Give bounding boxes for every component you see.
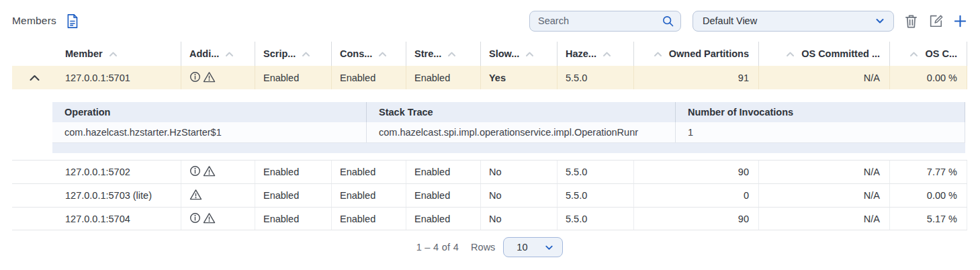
page-title: Members <box>12 15 56 27</box>
pagination: 1 – 4 of 4 Rows 10 <box>12 236 967 258</box>
sort-chevron-icon <box>525 51 534 57</box>
table-header-row: Member Addi... Scrip... Cons... Stre... … <box>12 42 967 66</box>
sort-chevron-icon <box>378 51 387 57</box>
sort-chevron-icon <box>786 51 795 57</box>
streaming-status: Enabled <box>406 66 481 89</box>
detail-header-row: Operation Stack Trace Number of Invocati… <box>52 102 965 122</box>
edit-icon[interactable] <box>928 13 943 28</box>
hazelcast-version: 5.5.0 <box>558 66 634 89</box>
additional-info-cell <box>181 66 255 89</box>
view-select-value: Default View <box>703 15 757 26</box>
chevron-down-icon <box>544 242 554 253</box>
column-header-console[interactable]: Cons... <box>332 42 406 66</box>
members-page: Members Default View <box>0 0 980 258</box>
owned-partitions-value: 91 <box>634 66 759 89</box>
search-input[interactable] <box>529 11 681 32</box>
streaming-status: Enabled <box>406 161 481 183</box>
pagination-range: 1 – 4 of 4 <box>416 242 459 253</box>
os-committed-value: N/A <box>759 208 890 230</box>
column-header-streaming[interactable]: Stre... <box>406 42 481 66</box>
sort-chevron-icon <box>909 51 918 57</box>
scripting-status: Enabled <box>255 66 332 89</box>
expander-cell[interactable] <box>12 161 57 183</box>
streaming-status: Enabled <box>406 184 481 207</box>
detail-row[interactable]: com.hazelcast.hzstarter.HzStarter$1 com.… <box>52 122 965 143</box>
column-header-hazelcast-version[interactable]: Haze... <box>558 42 634 66</box>
warning-icon[interactable] <box>203 165 216 179</box>
owned-partitions-value: 0 <box>634 184 759 207</box>
slow-operations-detail-table: Operation Stack Trace Number of Invocati… <box>52 102 965 153</box>
member-address: 127.0.0.1:5702 <box>57 161 181 183</box>
detail-column-invocations: Number of Invocations <box>675 102 965 122</box>
column-header-os-cpu[interactable]: OS C... <box>890 42 967 66</box>
slow-operations-value: No <box>481 184 558 207</box>
expander-cell[interactable] <box>12 184 57 207</box>
os-committed-value: N/A <box>759 161 890 183</box>
search-box <box>529 11 681 32</box>
console-status: Enabled <box>332 184 406 207</box>
scripting-status: Enabled <box>255 161 332 183</box>
warning-icon[interactable] <box>189 189 202 202</box>
slow-operations-value: No <box>481 208 558 230</box>
member-address: 127.0.0.1:5703 (lite) <box>57 184 181 207</box>
console-status: Enabled <box>332 66 406 89</box>
members-table: Member Addi... Scrip... Cons... Stre... … <box>12 42 967 230</box>
column-header-additional[interactable]: Addi... <box>181 42 255 66</box>
document-icon[interactable] <box>65 13 79 29</box>
operation-class: com.hazelcast.hzstarter.HzStarter$1 <box>52 122 366 142</box>
console-status: Enabled <box>332 161 406 183</box>
column-header-expander <box>12 42 57 66</box>
sort-chevron-icon <box>109 51 118 57</box>
table-row[interactable]: 127.0.0.1:5701 Enabled Enabled Enabled Y… <box>12 66 967 89</box>
column-header-slow-operations[interactable]: Slow... <box>481 42 558 66</box>
rows-per-page-label: Rows <box>471 242 495 253</box>
column-header-member[interactable]: Member <box>57 42 181 66</box>
os-cpu-value: 0.00 % <box>890 184 967 207</box>
rows-per-page-value: 10 <box>517 242 527 253</box>
member-address: 127.0.0.1:5704 <box>57 208 181 230</box>
sort-chevron-icon <box>654 51 662 57</box>
collapse-row-icon[interactable] <box>29 74 40 81</box>
table-row[interactable]: 127.0.0.1:5703 (lite) Enabled Enabled En… <box>12 183 967 207</box>
slow-operations-value: No <box>481 161 558 183</box>
warning-icon[interactable] <box>203 71 216 85</box>
plus-icon[interactable] <box>953 14 967 28</box>
info-icon[interactable] <box>189 212 201 226</box>
info-icon[interactable] <box>189 165 201 179</box>
hazelcast-version: 5.5.0 <box>558 208 634 230</box>
slow-operations-value: Yes <box>481 66 558 89</box>
column-header-owned-partitions[interactable]: Owned Partitions <box>634 42 759 66</box>
hazelcast-version: 5.5.0 <box>558 184 634 207</box>
additional-info-cell <box>181 208 255 230</box>
column-header-scripting[interactable]: Scrip... <box>255 42 332 66</box>
additional-info-cell <box>181 184 255 207</box>
toolbar-actions: Default View <box>529 11 967 32</box>
hazelcast-version: 5.5.0 <box>558 161 634 183</box>
os-committed-value: N/A <box>759 66 890 89</box>
detail-column-stack-trace: Stack Trace <box>366 102 675 122</box>
member-address: 127.0.0.1:5701 <box>57 66 181 89</box>
streaming-status: Enabled <box>406 208 481 230</box>
expander-cell[interactable] <box>12 208 57 230</box>
table-row[interactable]: 127.0.0.1:5702 Enabled Enabled Enabled N… <box>12 160 967 183</box>
trash-icon[interactable] <box>904 13 918 29</box>
column-header-os-committed[interactable]: OS Committed ... <box>759 42 890 66</box>
owned-partitions-value: 90 <box>634 161 759 183</box>
os-committed-value: N/A <box>759 184 890 207</box>
view-select[interactable]: Default View <box>693 11 894 32</box>
toolbar: Members Default View <box>12 8 967 34</box>
scripting-status: Enabled <box>255 208 332 230</box>
stack-trace-text: com.hazelcast.spi.impl.operationservice.… <box>366 122 675 142</box>
sort-chevron-icon <box>302 51 310 57</box>
warning-icon[interactable] <box>203 212 216 226</box>
os-cpu-value: 7.77 % <box>890 161 967 183</box>
search-icon <box>662 15 674 30</box>
invocations-count: 1 <box>675 122 965 142</box>
rows-per-page-select[interactable]: 10 <box>503 237 563 257</box>
additional-info-cell <box>181 161 255 183</box>
os-cpu-value: 0.00 % <box>890 66 967 89</box>
info-icon[interactable] <box>189 71 201 85</box>
sort-chevron-icon <box>603 51 611 57</box>
scripting-status: Enabled <box>255 184 332 207</box>
table-row[interactable]: 127.0.0.1:5704 Enabled Enabled Enabled N… <box>12 207 967 230</box>
